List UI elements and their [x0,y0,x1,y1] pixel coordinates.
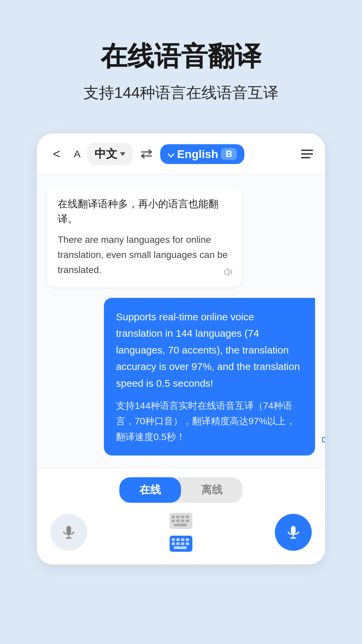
hamburger-line-2 [301,153,313,155]
mode-toggle: 在线 离线 [119,477,243,503]
svg-rect-11 [186,520,189,522]
hamburger-line-1 [301,150,313,151]
main-title: 在线语音翻译 [20,40,342,72]
chevron-down-icon [120,152,125,156]
svg-rect-22 [174,546,187,549]
mic-button-left[interactable] [50,514,87,551]
speaker-icon[interactable] [223,267,234,280]
svg-rect-14 [172,538,175,541]
menu-button[interactable] [301,150,313,158]
header-section: 在线语音翻译 支持144种语言在线语音互译 [0,0,362,123]
svg-rect-16 [181,538,184,541]
svg-rect-4 [172,516,175,518]
svg-rect-17 [186,538,189,541]
online-mode-button[interactable]: 在线 [119,477,181,503]
nav-bar: < A 中文 English B [37,133,325,175]
source-language-selector[interactable]: 中文 [87,143,133,165]
svg-rect-6 [181,516,184,518]
keyboard-inactive-icon[interactable] [169,512,193,530]
received-message-bubble: 在线翻译语种多，再小的语言也能翻译。 There are many langua… [47,187,241,287]
svg-rect-12 [174,524,187,526]
swap-languages-button[interactable] [139,149,154,159]
svg-rect-15 [176,538,180,541]
svg-rect-19 [176,542,180,545]
sent-text-chinese: 支持144种语言实时在线语音互译（74种语言，70种口音），翻译精度高达97%以… [116,398,303,445]
translated-text: There are many languages for online tran… [58,232,231,277]
svg-rect-21 [186,542,189,545]
sent-message-wrapper: Supports real-time online voice translat… [47,298,315,455]
chevron-down-target-icon [168,148,174,161]
hamburger-line-3 [301,157,310,158]
lang-b-label: B [221,148,237,160]
svg-rect-20 [181,542,184,545]
svg-rect-18 [172,542,175,545]
svg-rect-8 [172,520,175,522]
svg-rect-7 [186,516,189,518]
keyboard-area [95,512,267,552]
svg-rect-23 [291,526,296,534]
lang-a-label: A [74,148,80,160]
source-language-label: 中文 [95,146,117,162]
bottom-bar: 在线 离线 [37,468,325,565]
original-text: 在线翻译语种多，再小的语言也能翻译。 [58,196,231,226]
target-language-selector[interactable]: English B [160,144,244,164]
chat-area: 在线翻译语种多，再小的语言也能翻译。 There are many langua… [37,175,325,467]
sent-text-english: Supports real-time online voice translat… [116,309,303,392]
mic-button-right[interactable] [275,514,312,551]
sent-message-bubble: Supports real-time online voice translat… [104,298,315,455]
offline-mode-button[interactable]: 离线 [181,477,243,503]
speaker-right-icon[interactable] [321,434,325,448]
app-card: < A 中文 English B [37,133,325,564]
sub-title: 支持144种语言在线语音互译 [20,82,342,103]
input-row [50,512,312,552]
mode-row: 在线 离线 [50,477,312,503]
svg-rect-5 [176,516,180,518]
target-language-label: English [177,148,218,161]
keyboard-active-icon[interactable] [169,535,193,552]
svg-rect-0 [66,526,71,534]
svg-rect-10 [181,520,184,522]
svg-rect-9 [176,520,180,522]
back-button[interactable]: < [49,146,64,163]
